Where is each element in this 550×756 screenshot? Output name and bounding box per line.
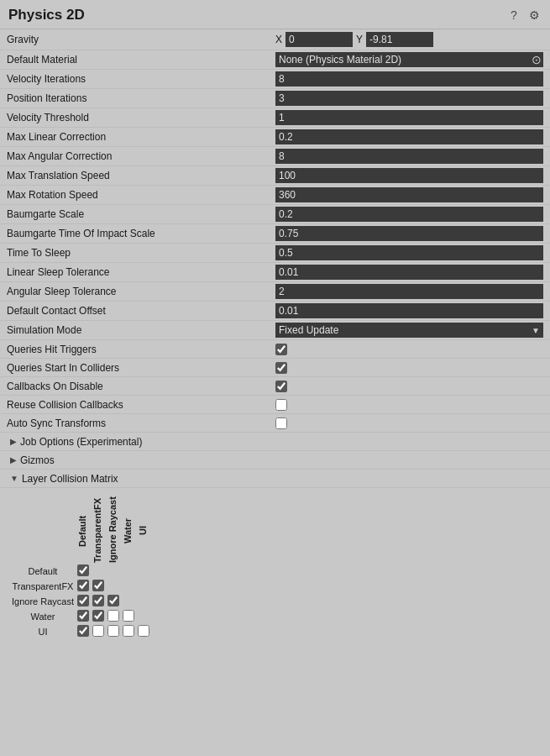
- field-input-1[interactable]: [275, 91, 543, 106]
- matrix-cell-0-0: [76, 564, 91, 579]
- foldout-row-1[interactable]: ▶ Gizmos: [0, 451, 550, 470]
- matrix-checkbox-3-0[interactable]: [77, 610, 89, 622]
- foldout-row-0[interactable]: ▶ Job Options (Experimental): [0, 433, 550, 451]
- field-row: Linear Sleep Tolerance: [0, 263, 550, 282]
- field-value-4: [275, 149, 543, 164]
- checkbox-label-2: Callbacks On Disable: [7, 381, 275, 392]
- field-value-2: [275, 110, 543, 125]
- matrix-cell-3-1: [91, 609, 106, 624]
- matrix-cell-2-4: [136, 594, 151, 609]
- field-input-3[interactable]: [275, 129, 543, 144]
- gravity-row: Gravity X Y: [0, 29, 550, 50]
- matrix-checkbox-1-1[interactable]: [92, 580, 104, 591]
- matrix-checkbox-4-3[interactable]: [123, 625, 134, 637]
- gravity-label: Gravity: [7, 34, 275, 45]
- field-label-9: Time To Sleep: [7, 247, 275, 259]
- checkbox-row-4: Auto Sync Transforms: [0, 414, 550, 433]
- field-input-11[interactable]: [275, 284, 543, 299]
- matrix-cell-1-3: [121, 579, 136, 594]
- matrix-checkbox-3-2[interactable]: [107, 610, 119, 622]
- matrix-row: Default: [10, 564, 151, 579]
- checkbox-input-1[interactable]: [275, 362, 287, 374]
- matrix-checkbox-4-2[interactable]: [107, 625, 119, 637]
- checkbox-input-2[interactable]: [275, 381, 287, 392]
- checkbox-input-0[interactable]: [275, 344, 287, 355]
- header-icons: ? ⚙: [506, 8, 542, 23]
- gravity-inputs: X Y: [275, 32, 543, 47]
- simulation-mode-select[interactable]: Fixed Update Update Script: [275, 323, 543, 338]
- matrix-checkbox-4-4[interactable]: [138, 625, 149, 637]
- panel-header: Physics 2D ? ⚙: [0, 0, 550, 29]
- matrix-cell-0-3: [121, 564, 136, 579]
- field-label-10: Linear Sleep Tolerance: [7, 266, 275, 278]
- field-input-5[interactable]: [275, 168, 543, 183]
- matrix-cell-0-1: [91, 564, 106, 579]
- checkbox-label-0: Queries Hit Triggers: [7, 344, 275, 355]
- matrix-checkbox-2-1[interactable]: [92, 595, 104, 606]
- field-label-8: Baumgarte Time Of Impact Scale: [7, 228, 275, 239]
- matrix-checkbox-2-2[interactable]: [107, 595, 119, 606]
- field-input-0[interactable]: [275, 71, 543, 87]
- layer-matrix-container: DefaultTransparentFXIgnore RaycastWaterU…: [0, 488, 550, 646]
- field-value-12: [275, 303, 543, 318]
- field-row: Angular Sleep Tolerance: [0, 282, 550, 302]
- field-input-2[interactable]: [275, 110, 543, 125]
- checkbox-label-1: Queries Start In Colliders: [7, 362, 275, 374]
- field-input-6[interactable]: [275, 187, 543, 202]
- field-row: Max Angular Correction: [0, 147, 550, 166]
- matrix-checkbox-3-1[interactable]: [92, 610, 104, 622]
- field-row: Velocity Threshold: [0, 108, 550, 128]
- field-input-10[interactable]: [275, 265, 543, 280]
- matrix-row-label-4: UI: [10, 624, 76, 639]
- checkbox-input-3[interactable]: [275, 399, 287, 411]
- matrix-checkbox-2-0[interactable]: [77, 595, 89, 606]
- field-value-3: [275, 129, 543, 144]
- field-input-8[interactable]: [275, 226, 543, 241]
- field-value-11: [275, 284, 543, 299]
- default-material-value: ⊙: [275, 52, 543, 67]
- matrix-cell-4-0: [76, 624, 91, 639]
- matrix-row-label-3: Water: [10, 609, 76, 624]
- matrix-row: Water: [10, 609, 151, 624]
- field-value-6: [275, 187, 543, 202]
- field-row: Max Rotation Speed: [0, 186, 550, 205]
- default-material-input[interactable]: [275, 52, 543, 67]
- gravity-y-axis: Y: [356, 34, 363, 45]
- field-row: Default Contact Offset: [0, 302, 550, 321]
- matrix-col-header-1: TransparentFX: [91, 495, 106, 564]
- help-icon[interactable]: ?: [506, 8, 521, 23]
- field-input-7[interactable]: [275, 207, 543, 222]
- matrix-checkbox-1-0[interactable]: [77, 580, 89, 591]
- gravity-x-input[interactable]: [285, 32, 353, 47]
- field-input-4[interactable]: [275, 149, 543, 164]
- field-label-0: Velocity Iterations: [7, 73, 275, 85]
- field-label-1: Position Iterations: [7, 92, 275, 104]
- checkbox-input-4[interactable]: [275, 417, 287, 429]
- field-input-9[interactable]: [275, 245, 543, 260]
- default-material-row: Default Material ⊙: [0, 50, 550, 70]
- gravity-x-axis: X: [275, 34, 282, 45]
- field-label-2: Velocity Threshold: [7, 112, 275, 123]
- matrix-cell-3-4: [136, 609, 151, 624]
- field-label-7: Baumgarte Scale: [7, 208, 275, 220]
- field-value-9: [275, 245, 543, 260]
- matrix-cell-4-4: [136, 624, 151, 639]
- field-value-10: [275, 265, 543, 280]
- field-input-12[interactable]: [275, 303, 543, 318]
- matrix-col-header-4: UI: [136, 495, 151, 564]
- checkbox-row-3: Reuse Collision Callbacks: [0, 396, 550, 414]
- foldout-arrow-0: ▶: [10, 437, 17, 446]
- settings-icon[interactable]: ⚙: [526, 8, 542, 23]
- layer-matrix-foldout[interactable]: ▼ Layer Collision Matrix: [0, 470, 550, 488]
- material-picker-icon[interactable]: ⊙: [532, 53, 542, 66]
- gravity-y-input[interactable]: [366, 32, 433, 47]
- foldouts-container: ▶ Job Options (Experimental) ▶ Gizmos: [0, 433, 550, 470]
- matrix-checkbox-4-1[interactable]: [92, 625, 104, 637]
- matrix-checkbox-4-0[interactable]: [77, 625, 89, 637]
- matrix-cell-4-3: [121, 624, 136, 639]
- matrix-checkbox-3-3[interactable]: [123, 610, 134, 622]
- matrix-row: TransparentFX: [10, 579, 151, 594]
- matrix-checkbox-0-0[interactable]: [77, 564, 89, 576]
- field-row: Time To Sleep: [0, 244, 550, 263]
- checkbox-label-3: Reuse Collision Callbacks: [7, 399, 275, 411]
